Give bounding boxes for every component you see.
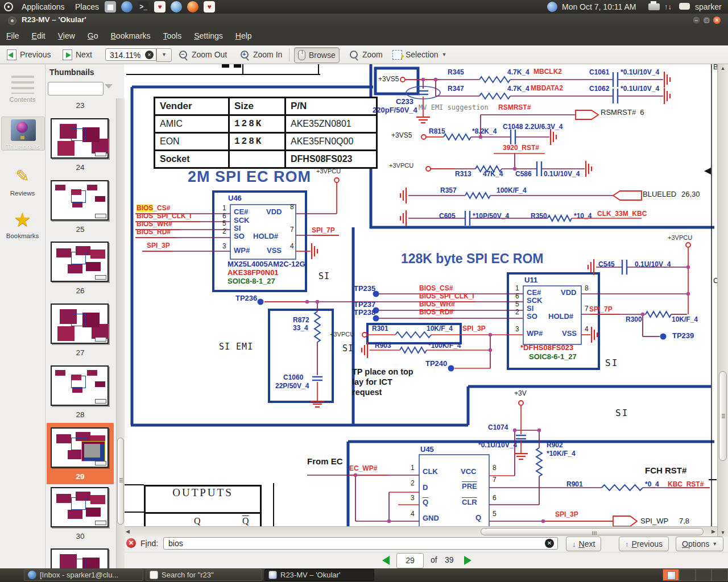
outputs-col-label: Q [242,516,249,526]
panel-clock[interactable]: Mon Oct 7, 10:11 AM [562,0,636,14]
workspace-3[interactable] [696,569,712,581]
rom-table-cell: 128K [229,133,286,151]
taskbar-window-3[interactable]: R23-MV – 'Okular' [264,569,374,581]
filter-funnel-icon[interactable] [105,83,117,93]
taskbar-window-1[interactable]: [Inbox - sparker1@clu... [24,569,143,581]
panel-username[interactable]: sparker [695,0,722,14]
schematic-label: SI [234,225,241,232]
previous-page-button[interactable]: Previous [3,47,54,62]
schematic-label: R301 [372,325,388,332]
minimize-button[interactable]: – [692,16,701,24]
schematic-label: 0.1U/10V_4 [544,171,580,178]
thumbnail-page-29[interactable]: 29 [47,423,114,484]
panel-menu-applications[interactable]: Applications [17,0,69,14]
find-previous-button[interactable]: ↑Previous [619,537,669,551]
schematic-label: 1 [515,285,519,292]
ubuntu-logo-icon[interactable] [4,2,13,11]
thumbnail-image[interactable] [51,180,109,221]
menu-view[interactable]: View [52,27,81,45]
thumbnail-image[interactable] [51,118,109,159]
close-button[interactable]: × [713,16,721,24]
schematic-label: GND [423,514,439,522]
thumbnail-image[interactable] [51,427,109,468]
zoom-level-input[interactable]: 314.11% × [105,48,156,61]
menu-help[interactable]: Help [229,27,258,45]
thumbnail-image[interactable] [51,304,109,344]
solitaire-icon[interactable]: ♥ [204,1,215,13]
schematic-label: BIOS_RD# [419,309,453,316]
selection-tool-button[interactable]: Selection ▼ [389,47,450,62]
email-icon[interactable] [121,1,133,13]
vertical-scrollbar[interactable]: ▲ ▼ [717,64,728,537]
schematic-label: SPI_WP [640,517,668,525]
sidebar-tab-contents[interactable]: Contents [1,71,44,103]
schematic-label: 26,30 [681,190,700,198]
menu-edit[interactable]: Edit [26,27,52,45]
clear-find-icon[interactable]: ✕ [545,539,554,548]
contents-icon [11,76,34,94]
scroll-up-icon[interactable]: ▲ [718,65,728,71]
thumbnail-page-26[interactable]: 26 [47,237,114,298]
browse-tool-button[interactable]: Browse [294,47,340,63]
network-arrows-icon[interactable]: ↑↓ [664,2,675,12]
find-options-button[interactable]: Options▼ [676,537,723,551]
panel-menu-places[interactable]: Places [71,0,104,14]
firefox-icon[interactable] [187,1,198,13]
printer-icon[interactable] [648,3,660,10]
thumbnail-page-27[interactable]: 27 [47,299,114,360]
schematic-label: 6 [222,213,226,220]
terminal-icon[interactable]: >_ [138,1,149,13]
thumbnail-page-28[interactable]: 28 [47,361,114,422]
thumbnail-page-30[interactable]: 30 [47,483,114,544]
taskbar-window-2[interactable]: Search for "r23" [146,569,262,581]
previous-page-icon[interactable] [382,556,390,565]
workspace-switcher[interactable] [663,569,728,581]
workspace-2[interactable] [679,569,696,581]
chat-icon[interactable] [679,3,690,10]
horizontal-scrollbar[interactable]: ◀ ▶ [124,526,717,537]
weather-icon[interactable] [547,2,557,12]
menu-bookmarks[interactable]: Bookmarks [105,27,157,45]
menu-file[interactable]: File [0,27,26,45]
next-page-button[interactable]: Next [59,47,96,62]
thumbnail-image[interactable] [51,548,109,568]
workspace-1[interactable] [663,569,679,581]
thumbnail-page-25[interactable]: 25 [47,176,114,237]
thumbnail-image[interactable] [51,242,109,282]
workspace-4[interactable] [712,569,728,581]
cards-icon[interactable]: ♥ [154,1,166,13]
thumbnails-filter-input[interactable] [48,82,104,95]
menu-tools[interactable]: Tools [157,27,188,45]
close-find-icon[interactable]: ✕ [126,538,136,548]
thumbnails-scrollbar[interactable] [116,98,125,568]
schematic-label: *0.1U/10V_4 [621,85,659,93]
scroll-left-icon[interactable]: ◀ [126,529,130,534]
find-input[interactable] [163,537,558,550]
current-page-input[interactable]: 29 [396,553,424,568]
find-next-button[interactable]: ↓Next [566,537,601,551]
sidebar-tab-thumbnails[interactable]: Thumbnails [1,117,45,151]
schematic-label: 220pF/50V_4 [373,106,417,114]
calculator-icon[interactable]: ▦ [105,1,116,13]
zoom-dropdown-button[interactable]: ▼ [156,48,172,62]
zoom-tool-button[interactable]: Zoom [346,47,386,62]
thumbnail-image[interactable] [51,365,109,406]
maximize-button[interactable]: ▢ [702,16,711,24]
thumbnail-page-24[interactable]: 24 [47,114,114,175]
thumbnail-image[interactable] [51,487,109,527]
schematic-label: *DFHS08FS023 [520,344,573,352]
zoom-out-button[interactable]: – Zoom Out [175,47,230,62]
sidebar-tab-bookmarks[interactable]: ★Bookmarks [1,206,44,239]
zoom-in-button[interactable]: + Zoom In [237,47,286,62]
reviews-icon: ✎ [10,166,35,188]
scroll-right-icon[interactable]: ▶ [712,529,715,534]
menu-go[interactable]: Go [81,27,105,45]
zoom-clear-icon[interactable]: × [145,51,154,59]
next-page-icon[interactable] [464,556,471,565]
thumbnail-page-31[interactable] [47,544,114,568]
scroll-down-icon[interactable]: ▼ [718,530,728,535]
browser-ball-icon[interactable] [171,1,182,13]
sidebar-tab-reviews[interactable]: ✎Reviews [1,164,44,197]
document-view[interactable]: VenderSizeP/NAMIC128KAKE35ZN0801EON128KA… [124,64,717,526]
menu-settings[interactable]: Settings [188,27,229,45]
